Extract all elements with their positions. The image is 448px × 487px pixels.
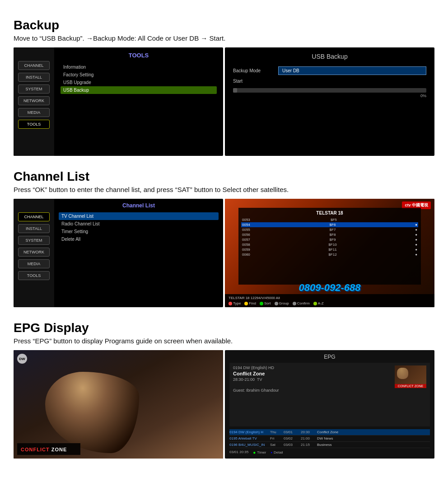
sidebar-item-tools[interactable]: TOOLS [18, 120, 50, 129]
sidebar-item-system[interactable]: SYSTEM [18, 84, 50, 94]
detail-label: Detail [274, 450, 283, 454]
ch-sidebar-media[interactable]: MEDIA [18, 259, 50, 268]
epg-row-1-day: Fri [270, 436, 284, 440]
epg-row-2-ch: 0196 B4U_MUSIC_IN [229, 443, 270, 447]
phone-number: 0809-092-688 [225, 282, 434, 294]
ch-sidebar-install[interactable]: INSTALL [18, 224, 50, 233]
detail-icon: ▪ [271, 450, 272, 455]
ch-sidebar-network[interactable]: NETWORK [18, 248, 50, 257]
tools-item-upgrade[interactable]: USB Upgrade [61, 79, 217, 86]
backup-mode-label: Backup Mode [233, 68, 278, 73]
sidebar-item-network[interactable]: NETWORK [18, 96, 50, 105]
sidebar-item-media[interactable]: MEDIA [18, 108, 50, 117]
ch-main: Channel List TV Channel List Radio Chann… [54, 199, 223, 307]
legend-confirm-dot [293, 302, 296, 305]
epg-row-2[interactable]: 0196 B4U_MUSIC_IN Sat 03/03 21:15 Busine… [229, 442, 430, 448]
legend-az-dot [313, 302, 317, 305]
backup-mode-value[interactable]: User DB [278, 66, 426, 75]
epg-row-0-date: 03/01 [284, 430, 301, 434]
ch-row-0060: 0060$F12● [241, 252, 418, 257]
channel-list-description: Press “OK” button to enter the channel l… [14, 186, 434, 193]
conflict-label-1: CONFLICT [21, 447, 50, 452]
telstar-channel-overlay: TELSTAR 18 0053$F5 0054$F6● 0055$F7● 005… [238, 208, 421, 285]
ch-item-delete[interactable]: Delete All [59, 235, 219, 243]
epg-row-0-time: 20:30 [301, 430, 317, 434]
telstar-footer: TELSTAR 18 12294/V/45000 All Type Find S… [225, 294, 434, 307]
backup-description: Move to “USB Backup”. →Backup Mode: All … [14, 34, 434, 42]
ch-row-0055: 0055$F7● [241, 227, 418, 232]
channel-list-title: Channel List [14, 169, 434, 184]
channel-list-header: Channel List [59, 202, 219, 209]
ch-item-tv[interactable]: TV Channel List [59, 212, 219, 220]
usb-start-label[interactable]: Start [233, 79, 426, 84]
epg-footer-timer[interactable]: ● Timer [253, 450, 266, 455]
epg-program-block: CONFLICT ZONE 0194 DW (English) HD Confl… [229, 363, 430, 426]
usb-backup-panel: USB Backup Backup Mode User DB Start 0% [225, 47, 434, 156]
epg-row-1-prog: DW News [317, 436, 430, 440]
channel-list-screenshots: CHANNEL INSTALL SYSTEM NETWORK MEDIA TOO… [14, 199, 434, 307]
epg-row-2-prog: Business [317, 443, 430, 447]
backup-title: Backup [14, 18, 434, 33]
epg-row-1-ch: 0195 Ahlebalt TV [229, 436, 270, 440]
epg-row-1[interactable]: 0195 Ahlebalt TV Fri 03/02 21:00 DW News [229, 435, 430, 442]
epg-footer: 03/01 20:35 ● Timer ▪ Detail [229, 450, 430, 455]
ch-item-radio[interactable]: Radio Channel List [59, 220, 219, 228]
timer-label: Timer [257, 450, 266, 454]
ch-item-timer[interactable]: Timer Setting [59, 228, 219, 235]
epg-row-0-prog: Conflict Zone [317, 430, 430, 434]
epg-row-2-date: 03/03 [284, 443, 301, 447]
epg-row-1-time: 21:00 [301, 436, 317, 440]
legend-type-dot [229, 302, 232, 305]
epg-screenshots: DW CONFLICT ZONE EPG CONFLICT ZONE 0 [14, 350, 434, 459]
ch-row-0056: 0056$F8● [241, 232, 418, 237]
epg-row-1-date: 03/02 [284, 436, 301, 440]
epg-footer-date: 03/01 20:35 [229, 450, 248, 455]
ch-row-0058: 0058$F10● [241, 242, 418, 247]
legend-find-dot [244, 302, 248, 305]
epg-row-2-time: 21:15 [301, 443, 317, 447]
legend-sort-label: Sort [264, 301, 271, 305]
epg-description: Press “EPG” button to display Programs g… [14, 337, 434, 345]
ch-row-0054-active[interactable]: 0054$F6● [241, 222, 418, 227]
sidebar-item-install[interactable]: INSTALL [18, 73, 50, 82]
tools-item-factory[interactable]: Factory Setting [61, 71, 217, 79]
tools-item-information[interactable]: Information [61, 63, 217, 71]
legend-find-label: Find [249, 301, 256, 305]
usb-progress-label: 0% [233, 94, 426, 98]
epg-footer-detail[interactable]: ▪ Detail [271, 450, 283, 455]
legend-group-dot [275, 302, 278, 305]
backup-screenshots: CHANNEL INSTALL SYSTEM NETWORK MEDIA TOO… [14, 47, 434, 156]
epg-row-0-ch: 0194 DW (English) H [229, 430, 270, 434]
tools-header: TOOLS [61, 52, 217, 59]
ch-sidebar-channel[interactable]: CHANNEL [18, 212, 50, 221]
sidebar-item-channel[interactable]: CHANNEL [18, 61, 50, 70]
epg-panel-title: EPG [229, 354, 430, 360]
channel-list-menu-panel: CHANNEL INSTALL SYSTEM NETWORK MEDIA TOO… [14, 199, 223, 307]
usb-progress-bar [233, 88, 426, 93]
legend-sort-dot [260, 302, 263, 305]
conflict-zone-bar: CONFLICT ZONE [17, 443, 80, 455]
usb-progress-fill [233, 88, 237, 93]
telstar-footer-info: TELSTAR 18 12294/V/45000 All [229, 296, 431, 300]
epg-thumb-label: CONFLICT ZONE [395, 384, 426, 388]
epg-row-0-day: Thu [270, 430, 284, 434]
epg-program-guest: Guest: Ibrahim Ghandour [233, 388, 426, 393]
legend-group-label: Group [279, 301, 289, 305]
tools-menu-panel: CHANNEL INSTALL SYSTEM NETWORK MEDIA TOO… [14, 47, 223, 156]
ch-sidebar: CHANNEL INSTALL SYSTEM NETWORK MEDIA TOO… [14, 199, 54, 307]
ch-row-0053: 0053$F5 [241, 217, 418, 222]
usb-backup-title: USB Backup [233, 53, 426, 60]
ch-sidebar-system[interactable]: SYSTEM [18, 236, 50, 245]
epg-title: EPG Display [14, 321, 434, 335]
ch-sidebar-tools[interactable]: TOOLS [18, 271, 50, 280]
epg-row-2-day: Sat [270, 443, 284, 447]
epg-info-panel: EPG CONFLICT ZONE 0194 DW (English) HD C… [225, 350, 434, 459]
tools-sidebar: CHANNEL INSTALL SYSTEM NETWORK MEDIA TOO… [14, 47, 54, 156]
legend-type-label: Type [233, 301, 241, 305]
dw-logo: DW [17, 354, 27, 364]
tools-item-usb-backup[interactable]: USB Backup [61, 86, 217, 94]
telstar-panel: ctv 中國電視 TELSTAR 18 0053$F5 0054$F6● 005… [225, 199, 434, 307]
epg-thumbnail: CONFLICT ZONE [395, 365, 426, 388]
ch-row-0059: 0059$F11● [241, 247, 418, 252]
epg-row-0[interactable]: 0194 DW (English) H Thu 03/01 20:30 Conf… [229, 429, 430, 435]
